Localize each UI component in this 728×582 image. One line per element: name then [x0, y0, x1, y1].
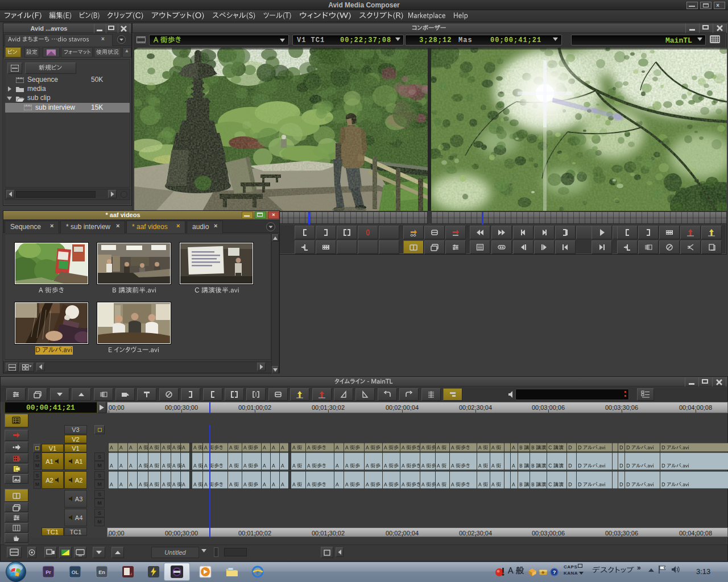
svg-text:?: ?: [553, 569, 556, 575]
svg-text:En: En: [98, 569, 105, 575]
svg-text:e: e: [256, 568, 259, 576]
svg-text:Pr: Pr: [46, 569, 51, 575]
svg-text:OL: OL: [72, 569, 79, 575]
